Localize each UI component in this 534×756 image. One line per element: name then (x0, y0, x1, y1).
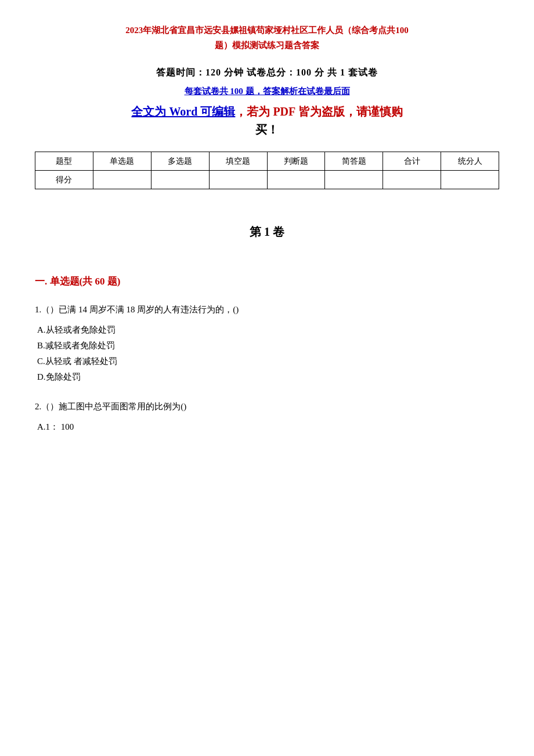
buy-line: 买！ (35, 122, 499, 138)
score-fill (209, 171, 267, 189)
score-label: 得分 (35, 171, 93, 189)
question-1-option-a: A.从轻或者免除处罚 (37, 322, 499, 338)
score-scorer (441, 171, 499, 189)
col-scorer: 统分人 (441, 152, 499, 171)
score-table: 题型 单选题 多选题 填空题 判断题 简答题 合计 统分人 得分 (35, 152, 499, 189)
question-1: 1.（）已满 14 周岁不满 18 周岁的人有违法行为的，() A.从轻或者免除… (35, 302, 499, 385)
score-judge (267, 171, 325, 189)
highlight-line: 每套试卷共 100 题，答案解析在试卷最后面 (35, 86, 499, 97)
question-1-option-c: C.从轻或 者减轻处罚 (37, 354, 499, 369)
col-fill: 填空题 (209, 152, 267, 171)
score-total (383, 171, 441, 189)
col-multi: 多选题 (151, 152, 209, 171)
question-1-option-b: B.减轻或者免除处罚 (37, 338, 499, 354)
col-judge: 判断题 (267, 152, 325, 171)
col-type: 题型 (35, 152, 93, 171)
question-2: 2.（）施工图中总平面图常用的比例为() A.1： 100 (35, 399, 499, 435)
word-edit-suffix: ，若为 PDF 皆为盗版，请谨慎购 (235, 105, 402, 118)
question-2-text: 2.（）施工图中总平面图常用的比例为() (35, 399, 499, 415)
score-single (93, 171, 151, 189)
col-short: 简答题 (325, 152, 383, 171)
word-edit-prefix: 全文为 Word 可编辑 (131, 105, 235, 118)
col-single: 单选题 (93, 152, 151, 171)
score-multi (151, 171, 209, 189)
exam-info: 答题时间：120 分钟 试卷总分：100 分 共 1 套试卷 (35, 67, 499, 79)
section-title: 一. 单选题(共 60 题) (35, 275, 499, 288)
question-2-option-a: A.1： 100 (37, 419, 499, 435)
score-table-header-row: 题型 单选题 多选题 填空题 判断题 简答题 合计 统分人 (35, 152, 499, 171)
score-short (325, 171, 383, 189)
word-edit-line: 全文为 Word 可编辑，若为 PDF 皆为盗版，请谨慎购 (35, 104, 499, 120)
volume-title: 第 1 卷 (35, 224, 499, 240)
question-1-text: 1.（）已满 14 周岁不满 18 周岁的人有违法行为的，() (35, 302, 499, 318)
page-title: 2023年湖北省宜昌市远安县嫘祖镇苟家垭村社区工作人员（综合考点共100 题）模… (35, 23, 499, 53)
col-total: 合计 (383, 152, 441, 171)
question-1-option-d: D.免除处罚 (37, 369, 499, 385)
score-table-data-row: 得分 (35, 171, 499, 189)
